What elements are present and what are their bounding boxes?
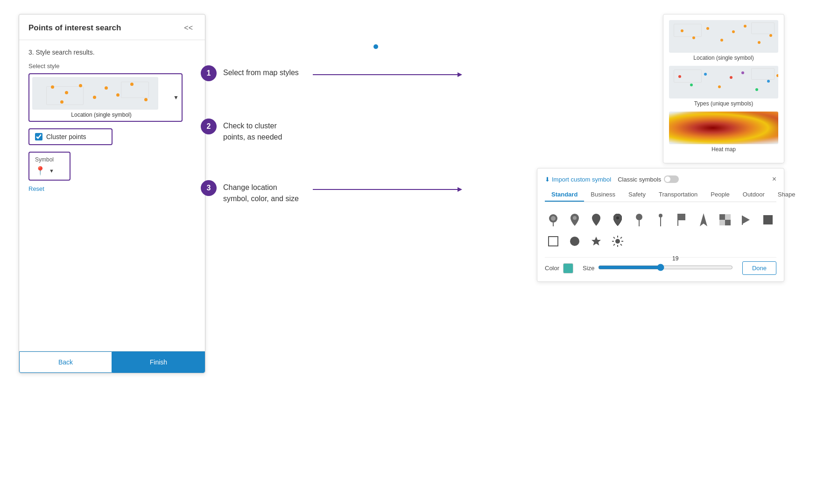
tab-shape[interactable]: Shape (771, 188, 802, 202)
symbol-cell-flag1[interactable] (674, 211, 690, 228)
symbol-cell-square-outline[interactable] (545, 233, 562, 250)
tt3 (704, 73, 707, 76)
thumb-types: Types (unique symbols) (669, 66, 778, 107)
svg-line-31 (613, 244, 615, 245)
annotation-area: 1 Select from map styles 2 Check to clus… (201, 65, 299, 232)
symbol-cell-sun[interactable] (609, 233, 626, 250)
tab-standard[interactable]: Standard (545, 188, 584, 202)
symbol-cell-circle[interactable] (566, 233, 583, 250)
tt2 (690, 84, 693, 86)
svg-rect-15 (725, 220, 731, 225)
location-dot (373, 44, 378, 49)
svg-line-28 (613, 237, 615, 238)
svg-line-29 (620, 244, 622, 245)
heatmap-gradient (669, 112, 778, 144)
symbol-cell-flag2[interactable] (738, 211, 755, 228)
symbol-cell-pin4[interactable] (609, 211, 626, 228)
picker-footer: Color Size 19 Done (545, 257, 776, 275)
thumb-label-types: Types (unique symbols) (669, 100, 778, 107)
close-button[interactable]: × (772, 175, 776, 183)
geo-t1 (674, 70, 702, 83)
size-label: Size (583, 265, 594, 272)
symbol-grid (545, 208, 776, 257)
back-button[interactable]: Back (19, 351, 112, 373)
td7 (758, 41, 761, 44)
finish-button[interactable]: Finish (112, 351, 205, 373)
svg-point-6 (573, 216, 577, 220)
panel-title: Points of interest search (28, 23, 121, 33)
size-slider-wrap: 19 (598, 264, 733, 273)
tab-transportation[interactable]: Transportation (652, 188, 704, 202)
import-icon: ⬇ (545, 176, 550, 183)
symbol-picker-panel: ⬇ Import custom symbol Classic symbols ×… (537, 168, 784, 282)
svg-marker-1 (458, 72, 462, 77)
tab-people[interactable]: People (704, 188, 736, 202)
thumb-dots-types (669, 66, 778, 98)
svg-rect-12 (678, 214, 685, 220)
collapse-button[interactable]: << (181, 23, 196, 33)
symbol-cell-pin5[interactable] (631, 211, 648, 228)
svg-point-21 (570, 237, 579, 246)
style-name-label: Location (single symbol) (32, 112, 170, 118)
size-row: Size 19 (583, 264, 733, 273)
geo-lines-2 (121, 82, 149, 98)
symbol-cell-pin6[interactable] (652, 211, 669, 228)
preview-dot (51, 85, 54, 89)
done-button[interactable]: Done (742, 261, 776, 275)
panel-footer: Back Finish (19, 351, 205, 373)
size-slider[interactable] (598, 264, 733, 271)
thumb-img-location (669, 20, 778, 53)
svg-marker-13 (700, 213, 707, 226)
svg-point-5 (551, 216, 556, 221)
reset-link[interactable]: Reset (28, 185, 44, 192)
style-dropdown-inner: Location (single symbol) ▼ (32, 77, 179, 118)
tt6 (741, 71, 744, 74)
preview-dot (65, 91, 68, 94)
thumb-location: Location (single symbol) (669, 20, 778, 61)
tt5 (730, 76, 732, 79)
tt4 (718, 85, 721, 88)
svg-rect-14 (719, 214, 725, 220)
import-custom-link[interactable]: ⬇ Import custom symbol (545, 176, 611, 183)
annotation-text-2: Check to clusterpoints, as needed (223, 119, 282, 143)
symbol-pin-icon: 📍 (35, 166, 45, 176)
symbol-cell-pin1[interactable] (545, 211, 562, 228)
cluster-label: Cluster points (46, 133, 86, 140)
symbol-cell-checkerboard[interactable] (717, 211, 733, 228)
symbol-section-label: Symbol (35, 156, 64, 163)
color-swatch[interactable] (563, 263, 573, 273)
annotation-number-2: 2 (201, 119, 217, 134)
symbol-tabs: Standard Business Safety Transportation … (545, 188, 776, 202)
svg-marker-3 (458, 187, 462, 192)
classic-toggle[interactable] (664, 175, 679, 183)
step-label: 3. Style search results. (28, 49, 196, 56)
preview-dot (116, 93, 120, 97)
preview-dot (144, 98, 148, 101)
td5 (732, 30, 735, 33)
symbol-cell-star[interactable] (588, 233, 605, 250)
symbol-row[interactable]: 📍 ▼ (35, 166, 64, 176)
svg-rect-17 (719, 220, 725, 225)
td4 (720, 39, 723, 42)
annotation-text-1: Select from map styles (223, 65, 299, 78)
style-preview (32, 77, 158, 110)
geo-l1 (674, 24, 702, 37)
td2 (692, 36, 695, 39)
preview-dot (130, 83, 134, 86)
symbol-cell-square-fill[interactable] (760, 211, 776, 228)
symbol-picker-header: ⬇ Import custom symbol Classic symbols × (545, 175, 776, 183)
cluster-checkbox[interactable] (35, 133, 42, 140)
map-style-thumbs: Location (single symbol) Types (unique s… (663, 14, 784, 163)
symbol-cell-arrow[interactable] (695, 211, 712, 228)
classic-label: Classic symbols (618, 176, 661, 183)
symbol-cell-pin3[interactable] (588, 211, 605, 228)
tt8 (767, 80, 770, 83)
style-dropdown[interactable]: Location (single symbol) ▼ (28, 73, 183, 122)
svg-rect-20 (549, 237, 558, 246)
tab-outdoor[interactable]: Outdoor (736, 188, 771, 202)
svg-point-10 (659, 214, 662, 217)
toggle-thumb (665, 176, 670, 182)
tab-safety[interactable]: Safety (622, 188, 652, 202)
tab-business[interactable]: Business (584, 188, 622, 202)
symbol-cell-pin2[interactable] (566, 211, 583, 228)
